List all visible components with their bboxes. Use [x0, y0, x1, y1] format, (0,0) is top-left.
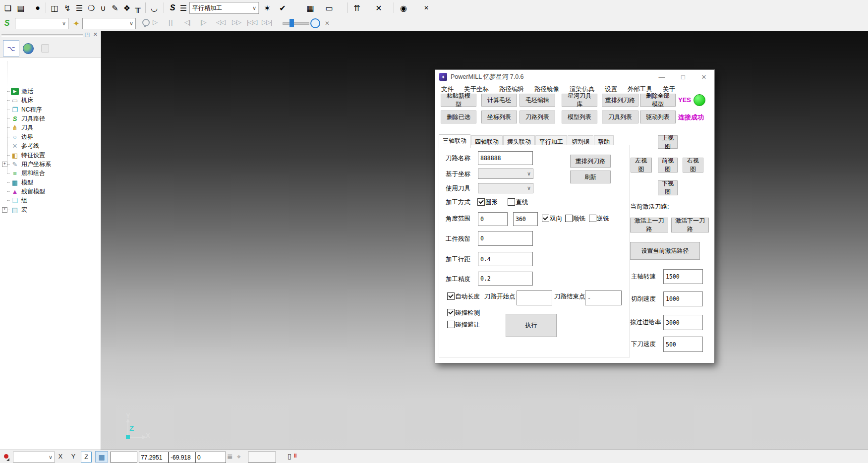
expand-icon[interactable]: +: [2, 162, 7, 167]
activate-next-toolpath-button[interactable]: 激活下一刀路: [671, 218, 709, 232]
dialog-title-bar[interactable]: ✦ PowerMILL 忆梦星河 7.0.6: [435, 70, 714, 84]
status-dropdown[interactable]: ∨: [13, 452, 55, 463]
toolbar-close-icon[interactable]: ✕: [420, 2, 432, 14]
menu-path-mirror[interactable]: 路径镜像: [533, 84, 560, 95]
clock-icon[interactable]: [310, 18, 320, 28]
tree-view-tab[interactable]: ⌥: [3, 40, 19, 57]
conventional-mill-checkbox[interactable]: [589, 215, 596, 222]
transform-icon[interactable]: ✕: [373, 2, 385, 14]
tree-item-models[interactable]: ▦模型: [0, 178, 33, 187]
corner-expand-icon[interactable]: [6, 458, 9, 461]
path-end-input[interactable]: -: [585, 290, 622, 305]
coord-y-input[interactable]: -69.918: [169, 452, 195, 463]
angle-to-input[interactable]: 360: [513, 212, 538, 226]
xyz-list-icon[interactable]: ≣: [227, 453, 233, 461]
tool-star-icon[interactable]: ✶: [261, 2, 273, 14]
save-icon[interactable]: ▤: [15, 2, 27, 14]
render-ball-icon[interactable]: ●: [32, 2, 44, 14]
menu-settings[interactable]: 设置: [604, 84, 618, 95]
stepover-input[interactable]: 0.4: [478, 252, 533, 266]
tool-pair-icon[interactable]: ✦: [70, 17, 82, 29]
ball-tool-icon[interactable]: ❍: [85, 2, 97, 14]
tab-three-axis[interactable]: 三轴联动: [439, 134, 470, 148]
compute-stock-button[interactable]: 计算毛坯: [481, 94, 517, 107]
window-doc-icon[interactable]: ▯: [288, 452, 291, 460]
retract-icon[interactable]: ⇈: [351, 2, 363, 14]
zlevel-icon[interactable]: ☰: [73, 2, 85, 14]
calculator-icon[interactable]: ▦: [304, 2, 316, 14]
speed-slider[interactable]: [283, 22, 309, 25]
climb-mill-checkbox[interactable]: [565, 215, 573, 222]
tool-list-button[interactable]: 刀具列表: [602, 111, 638, 123]
set-active-path-button[interactable]: 设置当前激活路径: [630, 242, 700, 260]
open-file-icon[interactable]: ❏: [2, 2, 14, 14]
tree-item-toolpaths[interactable]: S刀具路径: [0, 114, 45, 123]
cutting-feed-input[interactable]: 1000: [663, 291, 703, 306]
ruler-icon[interactable]: ▭: [323, 2, 335, 14]
delete-selected-button[interactable]: 删除已选: [441, 111, 476, 123]
collision-avoid-checkbox[interactable]: [447, 321, 455, 328]
left-view-button[interactable]: 左视图: [631, 158, 652, 173]
tree-item-workplanes[interactable]: +✎用户坐标系: [0, 160, 51, 169]
globe-view-tab[interactable]: [20, 40, 36, 57]
right-view-button[interactable]: 右视图: [683, 158, 703, 173]
pattern-icon[interactable]: ❖: [121, 2, 133, 14]
tool-dropdown[interactable]: ∨: [82, 18, 136, 29]
boundary-icon[interactable]: ∪: [97, 2, 109, 14]
rewind-button[interactable]: ◁◁: [216, 18, 225, 26]
minimize-button[interactable]: —: [653, 70, 670, 84]
probe-icon[interactable]: ⌖: [237, 453, 241, 461]
paste-new-model-button[interactable]: 粘贴新模型: [441, 94, 476, 107]
fast-forward-button[interactable]: ▷▷: [232, 18, 241, 26]
grid-toggle-button[interactable]: ▦: [95, 451, 108, 463]
toolpath-icon[interactable]: ↯: [61, 2, 73, 14]
tree-item-macros[interactable]: +▤宏: [0, 205, 27, 214]
tool-check-icon[interactable]: ✔: [277, 2, 289, 14]
measure-input[interactable]: [248, 452, 276, 463]
lightbulb-icon[interactable]: [142, 19, 150, 26]
tree-item-machine[interactable]: ▭机床: [0, 96, 33, 105]
circular-checkbox[interactable]: [477, 198, 485, 206]
spindle-speed-input[interactable]: 1500: [663, 269, 703, 284]
refresh-button[interactable]: 刷新: [570, 171, 611, 183]
curve-icon[interactable]: ✎: [109, 2, 121, 14]
strategy-dropdown[interactable]: 平行精加工 ∨: [189, 2, 259, 14]
axis-x-button[interactable]: X: [56, 452, 65, 462]
angle-from-input[interactable]: 0: [478, 212, 508, 226]
tree-item-activate[interactable]: ▶激活: [0, 87, 33, 96]
front-view-button[interactable]: 前视图: [658, 158, 678, 173]
use-tool-dropdown[interactable]: ∨: [478, 183, 533, 193]
stock-edit-button[interactable]: 毛坯编辑: [520, 94, 555, 107]
simulate-arc-icon[interactable]: ◡: [148, 2, 160, 14]
trash-tab[interactable]: [37, 40, 53, 57]
tree-item-nc-programs[interactable]: ❐NC程序: [0, 105, 42, 114]
float-panel-icon[interactable]: ◳: [85, 31, 90, 38]
delete-all-models-button[interactable]: 删除全部模型: [640, 94, 676, 107]
collet-icon[interactable]: ╥: [132, 2, 144, 14]
compare-icon[interactable]: ◉: [398, 2, 409, 14]
block-icon[interactable]: ◫: [49, 2, 60, 14]
collision-check-checkbox[interactable]: [447, 309, 455, 316]
coord-list-button[interactable]: 坐标列表: [481, 111, 517, 123]
based-coord-dropdown[interactable]: ∨: [478, 169, 533, 179]
rearrange-toolpath-button-2[interactable]: 重排列刀路: [570, 155, 611, 168]
panel-close-icon[interactable]: ✕: [93, 31, 98, 38]
close-button[interactable]: ✕: [695, 70, 712, 84]
top-view-button[interactable]: 上视图: [658, 135, 678, 149]
menu-path-edit[interactable]: 路径编辑: [498, 84, 525, 95]
path-start-input[interactable]: [517, 290, 552, 305]
coord-x-input[interactable]: 77.2951: [139, 452, 169, 463]
tree-item-tools[interactable]: ⋔刀具: [0, 123, 33, 132]
coord-z-input[interactable]: 0: [195, 452, 226, 463]
expand-icon[interactable]: +: [2, 207, 7, 213]
play-button[interactable]: ▷: [153, 18, 157, 26]
tree-item-levels-sets[interactable]: ≡层和组合: [0, 169, 45, 177]
plunge-feed-input[interactable]: 500: [663, 337, 703, 352]
bidirectional-checkbox[interactable]: [542, 215, 549, 222]
go-to-start-button[interactable]: |◁◁: [247, 18, 257, 26]
drive-list-button[interactable]: 驱动列表: [640, 111, 676, 123]
panel-drag-handle[interactable]: [1, 34, 83, 37]
tree-item-groups[interactable]: ❏组: [0, 196, 27, 205]
tree-item-boundaries[interactable]: ○边界: [0, 132, 33, 141]
axis-z-button[interactable]: Z: [81, 452, 92, 463]
